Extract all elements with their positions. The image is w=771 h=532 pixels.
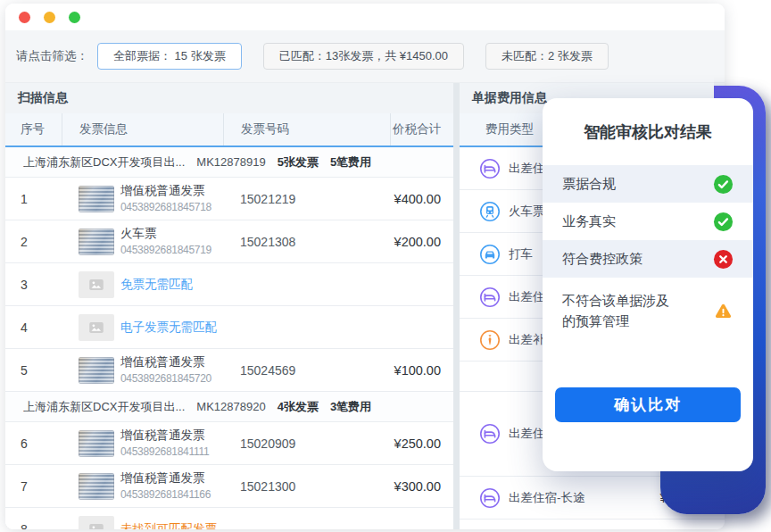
bed-icon bbox=[479, 423, 501, 445]
car-icon bbox=[479, 244, 501, 265]
screen: 请点击筛选： 全部票据： 15 张发票已匹配：13张发票，共 ¥1450.00未… bbox=[0, 0, 771, 532]
group-header-row[interactable]: 上海浦东新区DCX开发项目出...MK128789204张发票3笔费用 bbox=[5, 392, 453, 422]
window-titlebar bbox=[5, 4, 725, 30]
invoice-thumbnail[interactable] bbox=[79, 229, 114, 255]
row-index: 2 bbox=[5, 235, 62, 249]
modal-title: 智能审核比对结果 bbox=[543, 121, 753, 143]
filter-bar: 请点击筛选： 全部票据： 15 张发票已匹配：13张发票，共 ¥1450.00未… bbox=[5, 30, 725, 82]
audit-item-label-line1: 票据合规 bbox=[562, 173, 616, 194]
audit-result-modal: 智能审核比对结果 票据合规业务真实符合费控政策不符合该单据涉及的预算管理 确认比… bbox=[543, 98, 753, 471]
invoice-info-cell: 增值税普通发票0453892681845720 bbox=[62, 354, 223, 385]
invoice-row[interactable]: 5增值税普通发票045389268184572015024569¥100.00 bbox=[5, 349, 453, 392]
invoice-amount: ¥100.00 bbox=[390, 363, 453, 378]
invoice-texts: 增值税普通发票0453892681841111 bbox=[120, 428, 209, 458]
invoice-info-cell: 免票无需匹配 bbox=[62, 271, 223, 298]
filter-button-2[interactable]: 未匹配：2 张发票 bbox=[485, 43, 609, 70]
audit-item: 不符合该单据涉及的预算管理 bbox=[543, 278, 753, 345]
close-button[interactable] bbox=[19, 12, 30, 23]
minimize-button[interactable] bbox=[44, 12, 55, 23]
invoice-type: 增值税普通发票 bbox=[120, 183, 211, 199]
invoice-code-number: 0453892681841111 bbox=[120, 445, 209, 459]
check-icon bbox=[713, 174, 734, 195]
bed-icon bbox=[479, 487, 501, 509]
audit-item-label: 业务真实 bbox=[562, 211, 616, 231]
confirm-compare-button[interactable]: 确认比对 bbox=[555, 387, 741, 422]
row-index: 7 bbox=[5, 479, 62, 494]
row-index: 5 bbox=[5, 363, 62, 378]
no-need-match-note: 免票无需匹配 bbox=[120, 277, 193, 293]
tie-icon bbox=[479, 329, 501, 351]
invoice-row[interactable]: 3免票无需匹配 bbox=[5, 263, 453, 306]
invoice-amount: ¥400.00 bbox=[390, 192, 453, 206]
audit-item: 业务真实 bbox=[543, 203, 753, 240]
bed-icon bbox=[479, 287, 501, 308]
audit-item-label-line1: 不符合该单据涉及 bbox=[562, 290, 669, 311]
bed-icon bbox=[479, 158, 501, 179]
invoice-thumbnail[interactable] bbox=[79, 430, 114, 457]
filter-button-1[interactable]: 已匹配：13张发票，共 ¥1450.00 bbox=[263, 43, 464, 70]
invoice-code-number: 0453892681845720 bbox=[120, 371, 211, 386]
group-code: MK12878919 bbox=[196, 155, 265, 169]
pass-status-icon bbox=[713, 174, 734, 195]
group-header-row[interactable]: 上海浦东新区DCX开发项目出...MK128789195张发票5笔费用 bbox=[5, 147, 453, 178]
invoice-code-number: 0453892681841166 bbox=[120, 487, 211, 502]
scan-panel: 扫描信息 序号 发票信息 发票号码 价税合计 上海浦东新区DCX开发项目出...… bbox=[5, 83, 453, 529]
invoice-row[interactable]: 1增值税普通发票045389268184571815021219¥400.00 bbox=[5, 178, 453, 220]
invoice-info-cell: 增值税普通发票0453892681841166 bbox=[62, 470, 223, 501]
panel-divider bbox=[453, 83, 460, 529]
invoice-info-cell: 电子发票无需匹配 bbox=[62, 314, 223, 341]
invoice-texts: 增值税普通发票0453892681845720 bbox=[120, 354, 211, 385]
pass-status-icon bbox=[713, 212, 734, 232]
no-need-match-note: 电子发票无需匹配 bbox=[120, 320, 217, 336]
maximize-button[interactable] bbox=[69, 12, 80, 23]
invoice-row[interactable]: 4电子发票无需匹配 bbox=[5, 306, 453, 349]
filter-button-0[interactable]: 全部票据： 15 张发票 bbox=[97, 43, 242, 70]
column-header-amount: 价税合计 bbox=[390, 113, 453, 145]
invoice-row[interactable]: 6增值税普通发票045389268184111115020909¥250.00 bbox=[5, 422, 453, 465]
invoice-type: 增值税普通发票 bbox=[120, 428, 209, 444]
group-invoice-count: 5张发票 bbox=[278, 154, 319, 170]
expense-type-label: 出差补 bbox=[509, 332, 545, 348]
bed-icon bbox=[479, 287, 501, 308]
column-header-index: 序号 bbox=[5, 113, 62, 145]
invoice-type: 增值税普通发票 bbox=[120, 470, 211, 486]
check-icon bbox=[713, 212, 734, 232]
audit-item-list: 票据合规业务真实符合费控政策不符合该单据涉及的预算管理 bbox=[543, 165, 753, 345]
group-expense-count: 3笔费用 bbox=[330, 399, 371, 415]
bed-icon bbox=[479, 158, 501, 179]
column-header-invoice-number: 发票号码 bbox=[223, 113, 390, 145]
group-title: 上海浦东新区DCX开发项目出... bbox=[23, 154, 185, 170]
image-placeholder-icon bbox=[87, 520, 106, 530]
audit-item-label: 符合费控政策 bbox=[562, 248, 642, 269]
invoice-texts: 火车票0453892681845719 bbox=[120, 226, 211, 256]
car-icon bbox=[479, 244, 501, 265]
invoice-texts: 增值税普通发票0453892681845718 bbox=[120, 183, 211, 213]
audit-item: 符合费控政策 bbox=[543, 240, 753, 278]
filter-label: 请点击筛选： bbox=[16, 48, 88, 64]
train-icon bbox=[479, 201, 501, 222]
invoice-texts: 增值税普通发票0453892681841166 bbox=[120, 470, 211, 501]
train-icon bbox=[479, 201, 501, 222]
row-index: 4 bbox=[5, 320, 62, 335]
invoice-thumbnail[interactable] bbox=[79, 473, 114, 500]
invoice-number: 15021300 bbox=[223, 479, 390, 494]
group-title: 上海浦东新区DCX开发项目出... bbox=[23, 399, 185, 415]
column-header-expense-type: 费用类型 bbox=[485, 121, 534, 137]
warning-status-icon bbox=[713, 301, 734, 321]
no-match-note: 未找到可匹配发票 bbox=[120, 521, 217, 530]
invoice-thumbnail[interactable] bbox=[79, 357, 114, 384]
invoice-row[interactable]: 7增值税普通发票045389268184116615021300¥300.00 bbox=[5, 465, 453, 508]
invoice-info-cell: 未找到可匹配发票 bbox=[62, 516, 223, 530]
expense-type-label: 火车票 bbox=[509, 204, 545, 220]
row-index: 3 bbox=[5, 278, 62, 292]
invoice-number: 15021219 bbox=[223, 192, 390, 206]
audit-item: 票据合规 bbox=[543, 165, 753, 203]
invoice-row[interactable]: 2火车票045389268184571915021308¥200.00 bbox=[5, 220, 453, 263]
audit-item-label: 不符合该单据涉及的预算管理 bbox=[562, 290, 669, 332]
invoice-number: 15021308 bbox=[223, 235, 390, 249]
audit-item-label: 票据合规 bbox=[562, 173, 616, 194]
invoice-thumbnail[interactable] bbox=[79, 186, 114, 212]
invoice-row[interactable]: 8未找到可匹配发票 bbox=[5, 508, 453, 529]
fail-status-icon bbox=[713, 249, 734, 270]
row-index: 6 bbox=[5, 436, 62, 451]
